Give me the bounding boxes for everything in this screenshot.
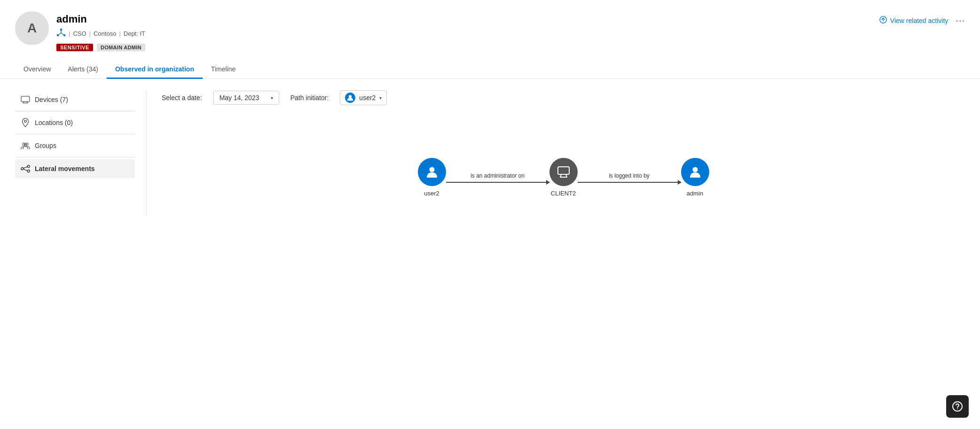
- svg-rect-23: [558, 167, 569, 174]
- graph-node-user2: user2: [418, 158, 446, 197]
- content: Devices (7) Locations (0): [0, 79, 980, 227]
- sidebar-lateral-label: Lateral movements: [35, 165, 95, 172]
- svg-line-19: [24, 167, 27, 168]
- location-icon: [21, 118, 30, 127]
- graph-edge-2: is logged into by: [578, 172, 681, 183]
- sidebar-groups-label: Groups: [35, 142, 56, 149]
- svg-rect-8: [21, 96, 30, 102]
- graph-edge-1: is an administrator on: [446, 172, 549, 183]
- chevron-down-icon: ▾: [271, 95, 273, 101]
- header-left: A admin | CSO | Contoso: [15, 11, 145, 51]
- graph-node-admin: admin: [681, 158, 709, 197]
- sidebar-locations-label: Locations (0): [35, 119, 73, 126]
- date-value: May 14, 2023: [220, 94, 259, 101]
- badges: SENSITIVE DOMAIN ADMIN: [56, 44, 145, 51]
- path-user-avatar: [345, 93, 355, 103]
- svg-line-20: [24, 169, 27, 171]
- graph-row: user2 is an administrator on: [418, 158, 709, 197]
- dept-text: Dept: IT: [124, 30, 145, 37]
- network-icon: [56, 28, 66, 39]
- date-filter-label: Select a date:: [162, 94, 202, 101]
- org-text: CSO: [73, 30, 86, 37]
- header-right: View related activity ···: [879, 11, 965, 26]
- badge-sensitive: SENSITIVE: [56, 44, 93, 51]
- node-client2-circle: [549, 158, 578, 186]
- view-related-label: View related activity: [890, 17, 948, 24]
- graph-node-client2: CLIENT2: [549, 158, 578, 197]
- node-client2-label: CLIENT2: [551, 190, 576, 197]
- sidebar-divider-2: [15, 134, 135, 134]
- edge2-line: [578, 182, 681, 183]
- badge-domain: DOMAIN ADMIN: [97, 44, 145, 51]
- tab-timeline[interactable]: Timeline: [203, 61, 244, 79]
- svg-point-18: [27, 170, 30, 172]
- company-text: Contoso: [94, 30, 116, 37]
- separator1: |: [69, 30, 70, 37]
- username: admin: [56, 13, 145, 25]
- path-chevron-icon: ▾: [379, 95, 382, 101]
- header: A admin | CSO | Contoso: [0, 0, 980, 51]
- sidebar-divider-3: [15, 157, 135, 157]
- svg-point-22: [429, 167, 434, 172]
- user-meta: | CSO | Contoso | Dept: IT: [56, 28, 145, 39]
- tab-observed[interactable]: Observed in organization: [107, 61, 203, 79]
- filters: Select a date: May 14, 2023 ▾ Path initi…: [162, 90, 965, 105]
- date-dropdown[interactable]: May 14, 2023 ▾: [213, 91, 279, 105]
- separator3: |: [119, 30, 120, 37]
- svg-point-16: [21, 168, 24, 170]
- svg-rect-0: [60, 29, 62, 31]
- node-user2-circle: [418, 158, 446, 186]
- sidebar: Devices (7) Locations (0): [15, 90, 147, 216]
- svg-point-27: [692, 167, 698, 172]
- svg-line-5: [61, 33, 64, 35]
- sidebar-divider-1: [15, 111, 135, 111]
- path-user-label: user2: [359, 94, 376, 101]
- sidebar-item-lateral[interactable]: Lateral movements: [15, 159, 135, 178]
- activity-icon: [879, 16, 887, 25]
- svg-point-12: [24, 120, 27, 123]
- path-filter-label: Path initiator:: [290, 94, 329, 101]
- avatar: A: [15, 11, 49, 45]
- node-admin-circle: [681, 158, 709, 186]
- sidebar-item-locations[interactable]: Locations (0): [15, 113, 135, 132]
- sidebar-item-groups[interactable]: Groups: [15, 136, 135, 155]
- tab-alerts[interactable]: Alerts (34): [59, 61, 107, 79]
- edge2-label: is logged into by: [609, 172, 650, 179]
- node-admin-label: admin: [687, 190, 703, 197]
- edge1-label: is an administrator on: [470, 172, 525, 179]
- tabs: Overview Alerts (34) Observed in organiz…: [0, 61, 980, 79]
- tab-overview[interactable]: Overview: [15, 61, 59, 79]
- sidebar-devices-label: Devices (7): [35, 96, 68, 103]
- more-options-button[interactable]: ···: [956, 15, 965, 26]
- svg-point-21: [349, 95, 352, 98]
- view-related-button[interactable]: View related activity: [879, 16, 948, 25]
- lateral-icon: [21, 164, 30, 173]
- user-info: admin | CSO | Contoso | Dep: [56, 11, 145, 51]
- edge1-line: [446, 182, 549, 183]
- svg-line-4: [58, 33, 61, 35]
- graph-area: user2 is an administrator on: [162, 120, 965, 216]
- separator2: |: [89, 30, 91, 37]
- main-content: Select a date: May 14, 2023 ▾ Path initi…: [147, 90, 965, 216]
- svg-point-17: [27, 165, 30, 168]
- path-initiator-dropdown[interactable]: user2 ▾: [340, 90, 387, 105]
- sidebar-item-devices[interactable]: Devices (7): [15, 90, 135, 109]
- groups-icon: [21, 141, 30, 150]
- device-icon: [21, 95, 30, 104]
- node-user2-label: user2: [424, 190, 439, 197]
